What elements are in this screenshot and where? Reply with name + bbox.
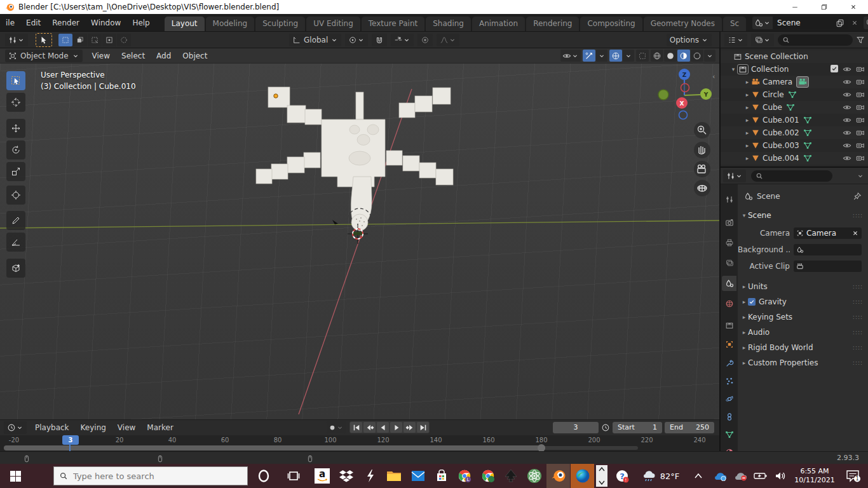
menu-select[interactable]: Select xyxy=(116,51,151,60)
overlays-dropdown[interactable] xyxy=(623,50,634,62)
menu-view[interactable]: View xyxy=(112,423,141,432)
wireframe-shading-button[interactable] xyxy=(651,50,663,62)
active-clip-field[interactable] xyxy=(794,261,862,272)
tab-output[interactable] xyxy=(722,235,736,250)
menu-keying[interactable]: Keying xyxy=(75,423,112,432)
scene-name-field[interactable]: Scene xyxy=(773,17,848,29)
pivot-point-dropdown[interactable] xyxy=(345,34,368,46)
background-scene-field[interactable] xyxy=(794,244,862,255)
outliner-item-cube-001[interactable]: ▸Cube.001 xyxy=(721,114,868,126)
outliner-filter-funnel-icon[interactable] xyxy=(856,35,865,44)
minimize-button[interactable] xyxy=(780,0,810,14)
transform-orientation-dropdown[interactable]: Global xyxy=(289,34,341,46)
taskbar-scroll-buttons[interactable] xyxy=(595,464,608,488)
tab-view-layer[interactable] xyxy=(722,255,736,271)
expand-arrow-icon[interactable]: ▸ xyxy=(743,104,751,111)
3d-viewport[interactable]: Z Y X ‹ xyxy=(0,64,719,419)
collection-checkbox[interactable] xyxy=(831,65,838,72)
tab-sc[interactable]: Sc xyxy=(723,17,746,31)
tab-texture-paint[interactable]: Texture Paint xyxy=(362,17,424,31)
hide-eye-icon[interactable] xyxy=(843,103,851,112)
unlink-scene-icon[interactable] xyxy=(851,18,858,27)
camera-field[interactable]: Camera xyxy=(794,227,862,239)
help-tray-icon[interactable]: ?! xyxy=(611,464,633,488)
render-visibility-icon[interactable] xyxy=(856,116,865,125)
tab-rendering[interactable]: Rendering xyxy=(526,17,579,31)
timeline-editor-type-button[interactable] xyxy=(4,421,27,434)
measure-tool[interactable] xyxy=(6,233,25,252)
atom-style-app-icon[interactable] xyxy=(523,464,546,488)
outliner-item-cube[interactable]: ▸Cube xyxy=(721,101,868,114)
dropbox-taskbar-icon[interactable] xyxy=(335,464,358,488)
transform-tool[interactable] xyxy=(6,186,25,205)
outliner-item-circle[interactable]: ▸Circle xyxy=(721,88,868,101)
object-visibility-dropdown[interactable] xyxy=(560,50,581,62)
menu-window[interactable]: Window xyxy=(85,18,126,27)
object-name[interactable]: Camera xyxy=(763,78,792,86)
close-button[interactable] xyxy=(839,0,868,14)
gizmo-dropdown[interactable] xyxy=(596,50,607,62)
timeline-ruler[interactable]: -20020406080100120140160180200220240 3 xyxy=(0,435,719,452)
menu-marker[interactable]: Marker xyxy=(141,423,179,432)
rendered-shading-button[interactable] xyxy=(691,50,703,62)
blender-taskbar-icon[interactable] xyxy=(546,464,570,488)
panel-grip-icon[interactable]: :::: xyxy=(853,299,863,305)
hide-eye-icon[interactable] xyxy=(843,90,851,99)
onedrive-paused-tray-icon[interactable] xyxy=(731,464,750,488)
expand-arrow-icon[interactable]: ▸ xyxy=(743,155,751,161)
chrome-profile1-icon[interactable]: L xyxy=(453,464,476,488)
prev-keyframe-button[interactable] xyxy=(363,422,376,433)
file-explorer-icon[interactable] xyxy=(383,464,405,488)
select-intersect-button[interactable] xyxy=(117,34,131,46)
render-visibility-icon[interactable] xyxy=(856,65,865,74)
tab-compositing[interactable]: Compositing xyxy=(580,17,642,31)
current-frame-field[interactable]: 3 xyxy=(553,422,599,433)
tab-render[interactable] xyxy=(722,215,736,230)
menu-help[interactable]: Help xyxy=(126,18,155,27)
auto-keying-button[interactable] xyxy=(327,421,346,433)
move-tool[interactable] xyxy=(6,119,25,138)
outliner-item-camera[interactable]: ▸Camera xyxy=(721,76,868,88)
gravity-checkbox[interactable] xyxy=(748,298,756,306)
select-extend-button[interactable] xyxy=(73,34,87,46)
section-keying-sets[interactable]: ▸Keying Sets:::: xyxy=(738,310,868,324)
outliner-search-box[interactable] xyxy=(778,34,853,46)
xray-toggle-button[interactable] xyxy=(636,50,649,62)
object-name[interactable]: Cube.004 xyxy=(763,154,799,163)
panel-grip-icon[interactable]: :::: xyxy=(853,360,863,366)
tab-animation[interactable]: Animation xyxy=(472,17,525,31)
tab-layout[interactable]: Layout xyxy=(165,17,205,31)
panel-grip-icon[interactable]: :::: xyxy=(853,314,863,320)
expand-arrow-icon[interactable]: ▸ xyxy=(743,117,751,123)
scene-collection-label[interactable]: Scene Collection xyxy=(745,52,808,61)
hide-eye-icon[interactable] xyxy=(843,141,851,150)
proportional-falloff-dropdown[interactable] xyxy=(437,34,459,46)
panel-grip-icon[interactable]: :::: xyxy=(853,344,863,351)
tab-constraints[interactable] xyxy=(722,409,736,424)
menu-playback[interactable]: Playback xyxy=(29,423,75,432)
render-visibility-icon[interactable] xyxy=(856,103,865,112)
taskbar-clock[interactable]: 6:55 AM 10/11/2021 xyxy=(792,464,837,488)
select-subtract-button[interactable] xyxy=(88,34,102,46)
outliner-root-row[interactable]: Scene Collection xyxy=(721,50,868,63)
tab-geometry-nodes[interactable]: Geometry Nodes xyxy=(644,17,722,31)
jump-to-end-button[interactable] xyxy=(417,422,429,433)
menu-object[interactable]: Object xyxy=(177,51,213,60)
render-visibility-icon[interactable] xyxy=(856,90,865,99)
taskbar-search-input[interactable] xyxy=(73,471,226,481)
lightning-app-icon[interactable] xyxy=(359,464,382,488)
onedrive-tray-icon[interactable] xyxy=(710,464,729,488)
task-view-button[interactable] xyxy=(282,464,305,488)
start-button[interactable] xyxy=(0,464,31,488)
properties-search-box[interactable] xyxy=(751,170,832,182)
frame-end-field[interactable]: End250 xyxy=(665,422,714,433)
snap-toggle-button[interactable] xyxy=(372,34,387,46)
tab-uv-editing[interactable]: UV Editing xyxy=(306,17,360,31)
menu-add[interactable]: Add xyxy=(151,51,177,60)
proportional-edit-button[interactable] xyxy=(417,34,433,46)
pin-icon[interactable] xyxy=(853,192,862,201)
render-visibility-icon[interactable] xyxy=(856,141,865,150)
frame-start-field[interactable]: Start1 xyxy=(613,422,662,433)
hide-eye-icon[interactable] xyxy=(843,154,851,163)
editor-type-button[interactable] xyxy=(5,34,28,46)
